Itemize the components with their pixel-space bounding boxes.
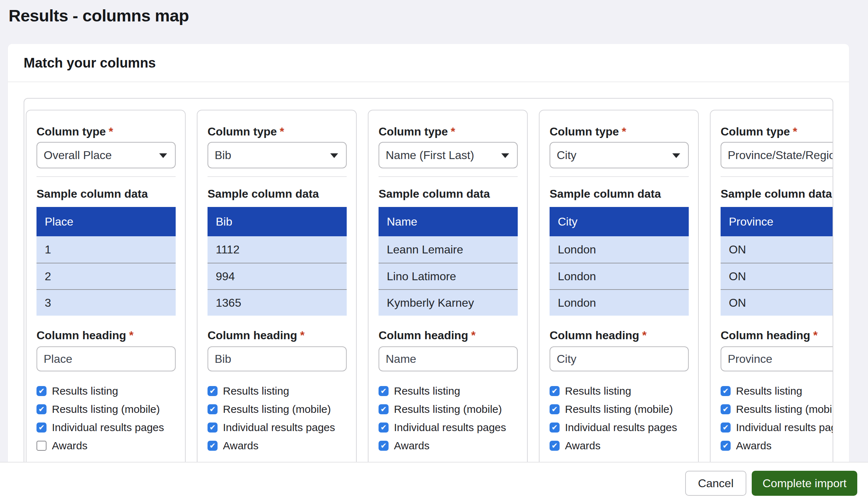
results-listing-mobile-option: Results listing (mobile) [721, 403, 833, 415]
sample-table-row: 1 [36, 236, 176, 263]
awards-option: Awards [550, 440, 688, 452]
sample-table-row: Kymberly Karney [379, 289, 518, 316]
sample-column-data-label-text: Sample column data [36, 187, 148, 200]
results-listing-label: Results listing [565, 385, 631, 397]
individual-results-pages-label: Individual results pages [394, 421, 506, 434]
column-type-select[interactable]: Bib [208, 142, 347, 168]
individual-results-pages-checkbox[interactable] [208, 423, 218, 433]
column-type-select[interactable]: City [550, 142, 689, 168]
sample-data-table: Name Leann Lemaire Lino Latimore Kymberl… [379, 207, 518, 316]
sample-table-row: Lino Latimore [379, 263, 518, 289]
columns-scroll-container[interactable]: Column type* Overall Place Sample column… [24, 98, 833, 484]
awards-checkbox[interactable] [36, 441, 47, 451]
cancel-button[interactable]: Cancel [685, 471, 747, 496]
column-heading-input[interactable] [208, 346, 347, 371]
divider [379, 176, 518, 177]
column-heading-input[interactable] [550, 346, 689, 371]
results-listing-option: Results listing [208, 385, 346, 397]
results-listing-checkbox[interactable] [721, 386, 731, 396]
individual-results-pages-checkbox[interactable] [550, 423, 560, 433]
display-options: Results listing Results listing (mobile)… [36, 385, 175, 452]
awards-label: Awards [394, 440, 430, 452]
column-heading-label-text: Column heading [208, 329, 297, 342]
column-heading-label: Column heading* [36, 328, 175, 342]
results-listing-mobile-label: Results listing (mobile) [565, 403, 673, 415]
results-listing-mobile-checkbox[interactable] [36, 404, 47, 414]
results-listing-mobile-option: Results listing (mobile) [36, 403, 175, 415]
results-listing-checkbox[interactable] [36, 386, 47, 396]
individual-results-pages-label: Individual results pages [223, 421, 335, 434]
required-asterisk: * [642, 329, 647, 342]
column-card: Column type* Overall Place Sample column… [26, 110, 186, 471]
column-type-select-wrap: City [550, 142, 689, 168]
column-type-select[interactable]: Overall Place [36, 142, 176, 168]
column-heading-label: Column heading* [208, 328, 346, 342]
results-listing-checkbox[interactable] [379, 386, 389, 396]
sample-table-header: City [550, 207, 689, 236]
results-listing-label: Results listing [52, 385, 118, 397]
results-listing-checkbox[interactable] [208, 386, 218, 396]
results-listing-label: Results listing [394, 385, 460, 397]
display-options: Results listing Results listing (mobile)… [721, 385, 833, 452]
sample-column-data-label: Sample column data [721, 187, 833, 201]
complete-import-button[interactable]: Complete import [752, 471, 857, 496]
awards-checkbox[interactable] [550, 441, 560, 451]
column-type-select-wrap: Province/State/Region [721, 142, 833, 168]
awards-checkbox[interactable] [721, 441, 731, 451]
results-listing-checkbox[interactable] [550, 386, 560, 396]
column-type-select-wrap: Name (First Last) [379, 142, 518, 168]
results-listing-mobile-checkbox[interactable] [379, 404, 389, 414]
results-listing-option: Results listing [379, 385, 517, 397]
column-type-label-text: Column type [379, 125, 448, 138]
divider [36, 176, 176, 177]
column-type-label: Column type* [721, 125, 833, 138]
divider [550, 176, 689, 177]
results-listing-mobile-option: Results listing (mobile) [379, 403, 517, 415]
required-asterisk: * [129, 329, 133, 342]
column-heading-label: Column heading* [550, 328, 688, 342]
column-heading-input[interactable] [379, 346, 518, 371]
results-listing-mobile-label: Results listing (mobile) [52, 403, 160, 415]
required-asterisk: * [793, 125, 797, 138]
column-type-select[interactable]: Province/State/Region [721, 142, 833, 168]
results-listing-mobile-checkbox[interactable] [550, 404, 560, 414]
awards-label: Awards [223, 440, 259, 452]
sample-column-data-label: Sample column data [550, 187, 688, 201]
column-heading-input[interactable] [36, 346, 176, 371]
sample-column-data-label: Sample column data [36, 187, 175, 201]
sample-column-data-label-text: Sample column data [550, 187, 661, 200]
individual-results-pages-checkbox[interactable] [379, 423, 389, 433]
sample-table-row: ON [721, 263, 833, 289]
individual-results-pages-option: Individual results pages [721, 421, 833, 434]
column-heading-label: Column heading* [721, 328, 833, 342]
results-listing-option: Results listing [550, 385, 688, 397]
sample-table-row: London [550, 236, 689, 263]
column-card: Column type* Bib Sample column data Bib … [197, 110, 357, 471]
required-asterisk: * [622, 125, 626, 138]
sample-data-table: Place 1 2 3 [36, 207, 176, 316]
individual-results-pages-checkbox[interactable] [721, 423, 731, 433]
columns-row: Column type* Overall Place Sample column… [24, 99, 833, 482]
individual-results-pages-option: Individual results pages [379, 421, 517, 434]
sample-table-row: ON [721, 289, 833, 316]
column-type-label-text: Column type [36, 125, 106, 138]
awards-checkbox[interactable] [208, 441, 218, 451]
awards-checkbox[interactable] [379, 441, 389, 451]
results-listing-mobile-checkbox[interactable] [208, 404, 218, 414]
awards-option: Awards [721, 440, 833, 452]
column-heading-label: Column heading* [379, 328, 517, 342]
divider [208, 176, 347, 177]
column-type-select[interactable]: Name (First Last) [379, 142, 518, 168]
awards-label: Awards [565, 440, 601, 452]
column-type-label: Column type* [36, 125, 175, 138]
column-type-label-text: Column type [550, 125, 619, 138]
sample-table-row: 2 [36, 263, 176, 289]
awards-option: Awards [379, 440, 517, 452]
individual-results-pages-checkbox[interactable] [36, 423, 47, 433]
results-listing-mobile-checkbox[interactable] [721, 404, 731, 414]
column-heading-label-text: Column heading [721, 329, 810, 342]
results-listing-mobile-label: Results listing (mobile) [736, 403, 833, 415]
column-heading-input[interactable] [721, 346, 833, 371]
match-columns-panel: Match your columns Column type* Overall … [8, 44, 849, 504]
required-asterisk: * [451, 125, 455, 138]
